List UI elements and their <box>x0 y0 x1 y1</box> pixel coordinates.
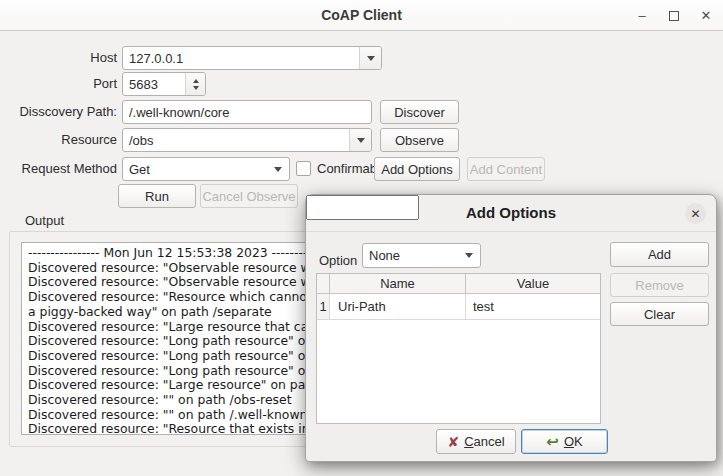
maximize-button[interactable] <box>665 7 683 25</box>
host-combobox[interactable]: 127.0.0.1 <box>122 46 382 70</box>
option-dropdown-button[interactable] <box>458 244 480 267</box>
name-column-header: Name <box>330 274 466 293</box>
add-options-dialog: Add Options ✕ Option None Add Name Value… <box>305 194 717 462</box>
dialog-titlebar: Add Options ✕ <box>306 195 716 232</box>
minimize-button[interactable]: – <box>633 7 651 25</box>
observe-button[interactable]: Observe <box>380 128 459 152</box>
remove-button: Remove <box>610 273 709 297</box>
option-value: None <box>363 248 406 263</box>
cancel-observe-button: Cancel Observe <box>200 184 298 208</box>
add-content-button: Add Content <box>467 157 545 181</box>
discovery-path-value: /.well-known/core <box>123 105 235 120</box>
port-spinbox[interactable]: 5683 <box>122 72 206 96</box>
discover-button[interactable]: Discover <box>380 100 459 124</box>
close-icon: ✕ <box>701 8 712 23</box>
ok-button[interactable]: ↩ OK <box>521 429 608 454</box>
run-button[interactable]: Run <box>118 184 196 208</box>
ok-arrow-icon: ↩ <box>546 433 559 451</box>
chevron-down-icon <box>367 56 375 61</box>
request-method-combobox[interactable]: Get <box>122 157 290 181</box>
resource-label: Resource <box>0 132 117 147</box>
row-value-cell: test <box>466 294 600 319</box>
table-header: Name Value <box>317 274 600 294</box>
request-method-label: Request Method <box>0 161 117 176</box>
port-label: Port <box>0 76 117 91</box>
maximize-icon <box>669 11 679 21</box>
chevron-down-icon <box>274 167 282 172</box>
close-button[interactable]: ✕ <box>697 7 715 25</box>
minimize-icon: – <box>638 8 645 23</box>
spin-down-icon <box>193 86 199 90</box>
option-label: Option <box>319 253 357 268</box>
window-title: CoAP Client <box>0 7 723 23</box>
row-number-cell: 1 <box>317 294 330 319</box>
table-row[interactable]: 1 Uri-Path test <box>317 294 600 320</box>
row-name-cell: Uri-Path <box>330 294 466 319</box>
coap-client-window: CoAP Client – ✕ Host 127.0.0.1 Port 5683… <box>0 0 723 476</box>
host-value: 127.0.0.1 <box>123 51 189 66</box>
host-dropdown-button[interactable] <box>359 47 381 69</box>
dialog-close-button[interactable]: ✕ <box>685 203 706 224</box>
cancel-button[interactable]: ✘ Cancel <box>436 429 516 454</box>
spin-up-icon <box>193 79 199 83</box>
window-controls: – ✕ <box>633 0 715 31</box>
add-options-button[interactable]: Add Options <box>374 157 460 181</box>
options-table[interactable]: Name Value 1 Uri-Path test <box>316 273 601 424</box>
dialog-title: Add Options <box>306 204 716 221</box>
chevron-down-icon <box>357 138 365 143</box>
add-button[interactable]: Add <box>610 242 709 267</box>
discovery-path-input[interactable]: /.well-known/core <box>122 100 372 124</box>
value-column-header: Value <box>466 274 600 293</box>
titlebar: CoAP Client – ✕ <box>0 0 723 31</box>
option-combobox[interactable]: None <box>362 243 481 268</box>
port-spin-buttons[interactable] <box>185 73 205 95</box>
confirmable-checkbox[interactable] <box>296 161 311 176</box>
request-method-value: Get <box>123 162 156 177</box>
port-value: 5683 <box>123 77 164 92</box>
clear-button[interactable]: Clear <box>610 302 709 326</box>
resource-value: /obs <box>123 133 160 148</box>
discovery-path-label: Disscovery Path: <box>0 104 117 119</box>
cancel-x-icon: ✘ <box>447 434 459 450</box>
request-method-dropdown-button[interactable] <box>267 158 289 180</box>
close-icon: ✕ <box>690 207 700 221</box>
host-label: Host <box>0 50 117 65</box>
chevron-down-icon <box>465 253 473 258</box>
corner-header-cell <box>317 274 330 293</box>
output-label: Output <box>25 213 64 228</box>
resource-combobox[interactable]: /obs <box>122 128 372 152</box>
resource-dropdown-button[interactable] <box>349 129 371 151</box>
